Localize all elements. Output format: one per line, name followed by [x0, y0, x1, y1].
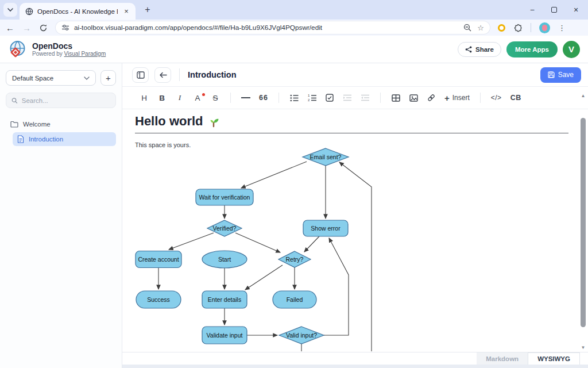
- back-icon[interactable]: ←: [6, 23, 14, 33]
- scrollbar-track[interactable]: [581, 100, 586, 344]
- numbered-list-icon: 12: [308, 94, 316, 102]
- editor-toolbar: H B I A S 66 12: [122, 87, 588, 109]
- window-controls: – ×: [528, 0, 583, 20]
- svg-text:2: 2: [308, 98, 310, 102]
- space-selector[interactable]: Default Space: [6, 70, 96, 86]
- extension-badge-icon[interactable]: [498, 24, 505, 32]
- app-header: OpenDocs Powered by Visual Paradigm Shar…: [0, 36, 588, 63]
- task-list-button[interactable]: [325, 94, 334, 102]
- page-title: Introduction: [188, 70, 237, 79]
- divider: [480, 93, 481, 103]
- share-button[interactable]: Share: [458, 42, 501, 57]
- tab-search-button[interactable]: [3, 3, 17, 17]
- sidebar: Default Space + Welcome Introduction: [0, 63, 122, 368]
- image-icon: [409, 94, 418, 102]
- reload-icon[interactable]: [39, 24, 48, 32]
- tab-close-icon[interactable]: ×: [122, 7, 131, 16]
- italic-button[interactable]: I: [175, 93, 184, 102]
- insert-button[interactable]: + Insert: [444, 93, 470, 103]
- zoom-out-icon[interactable]: [463, 24, 471, 32]
- link-button[interactable]: [427, 94, 436, 102]
- doc-heading: Hello world: [135, 114, 203, 129]
- markdown-mode-tab[interactable]: Markdown: [477, 352, 528, 365]
- tree-doc-label: Introduction: [29, 136, 63, 143]
- browser-profile-avatar[interactable]: [539, 22, 550, 33]
- browser-tab[interactable]: OpenDocs - AI Knowledge Base ×: [20, 3, 136, 20]
- browser-tab-strip: OpenDocs - AI Knowledge Base × + – ×: [0, 0, 588, 20]
- tree-folder-welcome[interactable]: Welcome: [6, 117, 116, 131]
- bullet-list-button[interactable]: [289, 94, 299, 102]
- search-input[interactable]: [22, 97, 110, 104]
- heading-button[interactable]: H: [140, 94, 149, 102]
- table-button[interactable]: [391, 94, 400, 102]
- table-icon: [392, 94, 400, 102]
- indent-icon: [343, 94, 352, 101]
- globe-favicon: [25, 7, 33, 16]
- code-block-button[interactable]: CB: [510, 94, 521, 102]
- save-button[interactable]: Save: [540, 67, 581, 83]
- strikethrough-button[interactable]: S: [211, 94, 220, 102]
- minimize-icon[interactable]: –: [528, 6, 536, 14]
- doc-header: Introduction Save: [122, 63, 588, 87]
- brand-block: OpenDocs Powered by Visual Paradigm: [32, 42, 106, 57]
- chevron-down-icon: [84, 76, 90, 80]
- powered-by: Powered by Visual Paradigm: [32, 51, 106, 57]
- scroll-up-icon[interactable]: ▲: [581, 92, 586, 100]
- extensions-puzzle-icon[interactable]: [513, 23, 523, 32]
- wysiwyg-mode-tab[interactable]: WYSIWYG: [528, 352, 580, 365]
- window-bottom-strip: [122, 365, 588, 368]
- document-icon: [17, 135, 24, 143]
- share-label: Share: [475, 46, 494, 53]
- address-bar[interactable]: ai-toolbox.visual-paradigm.com/app/opend…: [56, 21, 490, 34]
- browser-navbar: ← → ai-toolbox.visual-paradigm.com/app/o…: [0, 20, 588, 36]
- app-title: OpenDocs: [32, 42, 106, 51]
- search-icon: [11, 97, 18, 104]
- chevron-down-icon: [7, 8, 13, 12]
- window-close-icon[interactable]: ×: [572, 5, 580, 14]
- bold-button[interactable]: B: [157, 94, 167, 102]
- heading-rule: [135, 133, 568, 133]
- toggle-sidebar-button[interactable]: [132, 67, 149, 83]
- new-tab-button[interactable]: +: [141, 5, 154, 15]
- scrollbar-thumb[interactable]: [581, 118, 586, 327]
- tab-title: OpenDocs - AI Knowledge Base: [37, 8, 118, 15]
- tree-doc-introduction[interactable]: Introduction: [13, 132, 116, 146]
- editor-body[interactable]: Hello world This space is yours.: [122, 109, 588, 352]
- divider: [278, 93, 279, 103]
- maximize-icon[interactable]: [551, 7, 557, 13]
- doc-tree: Welcome Introduction: [6, 117, 116, 146]
- bookmark-star-icon[interactable]: ☆: [477, 24, 484, 32]
- outdent-button: [361, 94, 370, 101]
- link-icon: [427, 94, 435, 102]
- forward-icon: →: [22, 23, 31, 33]
- checkbox-icon: [326, 94, 334, 102]
- divider: [380, 93, 381, 103]
- more-apps-button[interactable]: More Apps: [506, 41, 558, 57]
- search-box[interactable]: [6, 93, 116, 108]
- save-label: Save: [558, 71, 574, 79]
- divider: [230, 93, 231, 103]
- inline-code-button[interactable]: </>: [491, 94, 502, 102]
- text-color-button[interactable]: A: [193, 94, 202, 102]
- folder-icon: [10, 121, 18, 128]
- user-avatar[interactable]: V: [563, 41, 580, 58]
- panel-icon: [137, 71, 145, 79]
- visual-paradigm-link[interactable]: Visual Paradigm: [64, 51, 106, 57]
- blockquote-button[interactable]: 66: [259, 94, 268, 102]
- add-space-button[interactable]: +: [100, 70, 116, 86]
- numbered-list-button[interactable]: 12: [307, 94, 316, 102]
- bullet-list-icon: [290, 94, 299, 102]
- scroll-down-icon[interactable]: ▼: [581, 344, 586, 352]
- tree-folder-label: Welcome: [23, 121, 51, 128]
- url-text: ai-toolbox.visual-paradigm.com/app/opend…: [74, 24, 459, 32]
- horizontal-rule-button[interactable]: [241, 97, 250, 98]
- indent-button: [343, 94, 352, 101]
- status-bar: Markdown WYSIWYG: [122, 352, 588, 365]
- browser-menu-icon[interactable]: ⋮: [558, 24, 566, 32]
- site-info-icon[interactable]: [61, 24, 69, 31]
- editor-scrollbar[interactable]: ▲ ▼: [579, 92, 587, 352]
- back-button[interactable]: [154, 67, 171, 83]
- image-button[interactable]: [409, 94, 418, 102]
- divider: [179, 68, 180, 81]
- share-icon: [465, 46, 472, 53]
